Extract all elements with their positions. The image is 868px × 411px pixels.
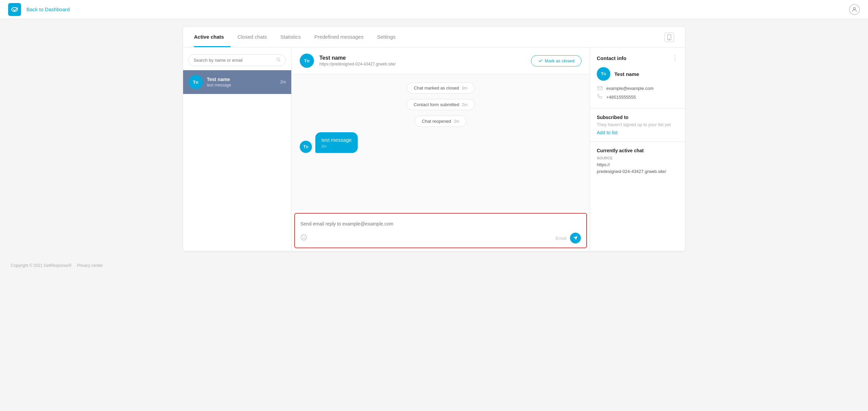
svg-point-2 [669, 39, 670, 39]
phone-icon [597, 94, 603, 100]
chat-time: 2m [280, 80, 286, 84]
active-chat-title: Currently active chat [597, 148, 678, 153]
system-message-bubble: Contact form submitted 2m [407, 99, 475, 110]
search-icon [276, 57, 281, 63]
avatar: Tn [189, 75, 203, 89]
tabs-right [665, 33, 674, 42]
copyright-text: Copyright © 2021 GetResponse® [11, 263, 72, 268]
system-message: Chat marked as closed 3m [300, 82, 581, 94]
send-button[interactable] [570, 233, 581, 243]
back-to-dashboard-link[interactable]: Back to Dashboard [26, 6, 70, 12]
system-message-text: Contact form submitted [414, 102, 459, 107]
user-message-bubble: test message 2m [315, 132, 358, 153]
chat-header-info: Test name https://predesigned-024-43427.… [319, 55, 526, 66]
add-to-list-button[interactable]: Add to list [597, 130, 617, 135]
search-wrap [183, 47, 291, 70]
more-options-icon[interactable]: ⋮ [672, 54, 678, 62]
system-message-time: 3m [462, 86, 468, 91]
user-message-time: 2m [321, 144, 352, 148]
contact-name-text: Test name [614, 71, 639, 77]
tabs-header: Active chats Closed chats Statistics Pre… [183, 27, 685, 47]
subscribed-section: Subscribed to They haven't signed up to … [590, 109, 685, 142]
contact-avatar: Tn [597, 67, 610, 81]
source-label: SOURCE [597, 156, 678, 160]
subscribed-msg: They haven't signed up to your list yet [597, 122, 678, 127]
content-area: Tn Test name test message 2m Tn Test nam… [183, 47, 685, 251]
system-message: Chat reopened 2m [300, 116, 581, 127]
chat-header-name: Test name [319, 55, 526, 61]
contact-info-title: Contact info [597, 55, 627, 61]
reply-input[interactable] [300, 218, 581, 230]
privacy-center-link[interactable]: Privacy center [77, 263, 103, 268]
system-message-time: 2m [462, 102, 468, 107]
mark-as-closed-button[interactable]: Mark as closed [531, 55, 581, 66]
message-avatar: Tn [300, 141, 312, 153]
right-panel: Contact info ⋮ Tn Test name [590, 47, 685, 251]
search-input[interactable] [194, 58, 273, 63]
user-message-text: test message [321, 137, 352, 143]
contact-info-header: Contact info ⋮ [597, 54, 678, 62]
tab-statistics[interactable]: Statistics [274, 27, 308, 47]
chat-info: Test name test message [207, 77, 276, 87]
logo-icon [8, 3, 21, 16]
messages-area: Chat marked as closed 3m Contact form su… [292, 74, 590, 210]
reply-box: Email [294, 213, 587, 248]
contact-email: example@example.com [606, 86, 654, 91]
chat-list-item[interactable]: Tn Test name test message 2m [183, 70, 291, 94]
chat-name: Test name [207, 77, 276, 82]
svg-marker-9 [573, 236, 577, 240]
email-icon [597, 85, 603, 91]
chat-sidebar: Tn Test name test message 2m [183, 47, 292, 251]
system-message-text: Chat marked as closed [414, 85, 459, 91]
emoji-button[interactable] [300, 234, 307, 242]
chat-preview: test message [207, 83, 276, 87]
system-message-time: 2m [454, 119, 459, 124]
chat-main: Tn Test name https://predesigned-024-434… [292, 47, 590, 251]
contact-phone: +48515555555 [606, 95, 636, 100]
svg-point-0 [853, 7, 855, 9]
email-label: Email [555, 236, 567, 241]
chat-header-avatar: Tn [300, 54, 314, 68]
tab-settings[interactable]: Settings [370, 27, 402, 47]
user-message-row: Tn test message 2m [300, 132, 581, 153]
mark-closed-label: Mark as closed [545, 58, 574, 63]
svg-line-4 [279, 61, 280, 62]
reply-actions: Email [300, 233, 581, 243]
subscribed-title: Subscribed to [597, 115, 678, 120]
tab-closed-chats[interactable]: Closed chats [231, 27, 274, 47]
svg-point-3 [277, 58, 279, 61]
nav-left: Back to Dashboard [8, 3, 70, 16]
chat-header: Tn Test name https://predesigned-024-434… [292, 47, 590, 74]
mobile-preview-icon[interactable] [665, 33, 674, 42]
system-message-bubble: Chat reopened 2m [415, 116, 467, 127]
system-message: Contact form submitted 2m [300, 99, 581, 110]
contact-info-section: Contact info ⋮ Tn Test name [590, 47, 685, 109]
top-nav: Back to Dashboard [0, 0, 868, 19]
user-profile-icon[interactable] [849, 4, 860, 15]
footer: Copyright © 2021 GetResponse® Privacy ce… [0, 259, 868, 272]
source-url: https://predesigned-024-43427.grweb.site… [597, 161, 678, 175]
system-message-bubble: Chat marked as closed 3m [407, 82, 475, 94]
contact-name-row: Tn Test name [597, 67, 678, 81]
tab-active-chats[interactable]: Active chats [194, 27, 231, 47]
active-chat-section: Currently active chat SOURCE https://pre… [590, 142, 685, 181]
main-container: Active chats Closed chats Statistics Pre… [183, 27, 685, 251]
svg-point-5 [301, 234, 307, 240]
system-message-text: Chat reopened [422, 119, 451, 124]
search-box[interactable] [189, 54, 286, 66]
chat-header-url: https://predesigned-024-43427.grweb.site… [319, 62, 526, 66]
tab-predefined-messages[interactable]: Predefined messages [308, 27, 370, 47]
contact-phone-row: +48515555555 [597, 94, 678, 100]
reply-right: Email [555, 233, 581, 243]
contact-email-row: example@example.com [597, 85, 678, 91]
tabs-list: Active chats Closed chats Statistics Pre… [194, 27, 402, 47]
